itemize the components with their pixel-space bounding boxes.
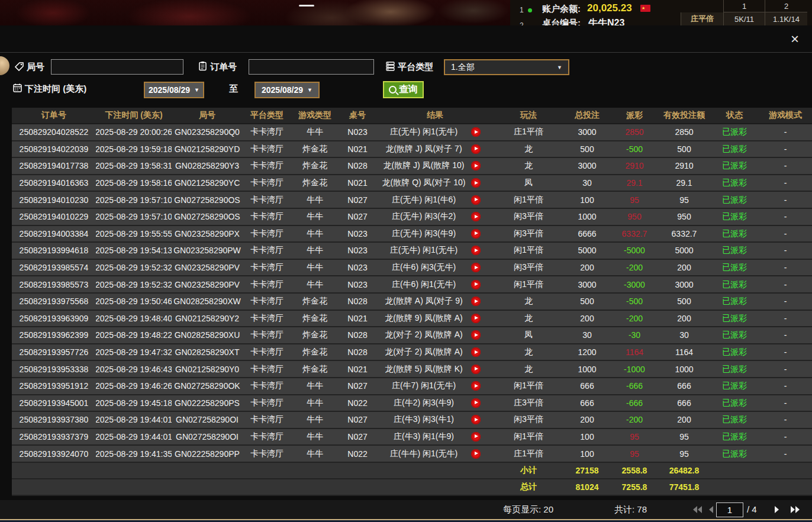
clipboard-icon (198, 61, 208, 71)
platform-icon (385, 61, 395, 71)
cell-time: 2025-08-29 19:46:43 (96, 361, 172, 377)
cell-play: 龙 (494, 361, 563, 377)
cell-valid: 500 (658, 294, 710, 310)
cell-valid: 95 (658, 446, 710, 462)
cell-result: 龙(对子 2) 凤(散牌 A) (376, 344, 494, 360)
cell-status: 已派彩 (710, 361, 759, 377)
replay-play-icon[interactable] (471, 229, 481, 239)
platform-type-select[interactable]: 1.全部 ▼ (444, 59, 569, 75)
replay-play-icon[interactable] (471, 314, 481, 323)
cell-platform: 卡卡湾厅 (243, 243, 291, 259)
grand-total-label: 总计 (494, 479, 563, 495)
column-header: 平台类型 (243, 108, 291, 123)
cell-platform: 卡卡湾厅 (243, 412, 291, 428)
replay-play-icon[interactable] (471, 161, 481, 170)
replay-play-icon[interactable] (471, 144, 481, 154)
cell-mode: - (759, 378, 812, 394)
replay-play-icon[interactable] (471, 212, 481, 221)
cell-result: 龙(散牌 J) 凤(对子 7) (376, 141, 494, 157)
table-row: 2508291939639092025-08-29 19:48:40GN0212… (12, 311, 812, 328)
query-button[interactable]: 查询 (383, 81, 424, 98)
game-no-input[interactable] (51, 59, 183, 75)
replay-play-icon[interactable] (471, 178, 481, 188)
cell-payout: 95 (611, 446, 658, 462)
replay-play-icon[interactable] (471, 195, 481, 205)
last-page-icon[interactable] (790, 505, 801, 515)
cell-round: GN028258290XU (172, 327, 243, 343)
result-text: 龙(散牌 J) 凤(对子 7) (376, 144, 471, 154)
cell-game: 牛牛 (291, 412, 339, 428)
cell-platform: 卡卡湾厅 (243, 124, 291, 140)
cell-game: 牛牛 (291, 395, 339, 411)
order-no-label: 订单号 (210, 62, 237, 73)
replay-play-icon[interactable] (471, 381, 481, 391)
cell-platform: 卡卡湾厅 (243, 378, 291, 394)
cell-time: 2025-08-29 20:00:26 (96, 124, 172, 140)
replay-play-icon[interactable] (471, 415, 481, 424)
cell-result: 庄(牛3) 闲3(牛1) (376, 412, 494, 428)
replay-play-icon[interactable] (471, 330, 481, 340)
column-header: 结果 (376, 108, 494, 123)
date-from-picker[interactable]: 2025/08/29 ▼ (144, 82, 204, 98)
cell-order: 250829204028522 (12, 124, 96, 140)
limits-mini-table: 1 2 庄平倍 5K/11 1.1K/14 (681, 0, 812, 25)
cell-valid: 1000 (658, 361, 710, 377)
replay-play-icon[interactable] (471, 263, 481, 272)
cell-play: 庄1平倍 (494, 446, 563, 462)
cell-table: N021 (339, 141, 376, 157)
replay-play-icon[interactable] (471, 347, 481, 357)
cell-status: 已派彩 (710, 141, 759, 157)
page-input[interactable] (716, 502, 743, 517)
modal-topbar: × (0, 25, 812, 53)
cell-table: N028 (339, 327, 376, 343)
result-text: 庄(牛7) 闲1(无牛) (376, 381, 471, 391)
subtotal-label: 小计 (494, 463, 563, 478)
cell-round: GN023258290PV (172, 260, 243, 276)
replay-play-icon[interactable] (471, 449, 481, 459)
replay-play-icon[interactable] (471, 127, 481, 137)
cell-payout: -666 (611, 378, 658, 394)
cell-valid: 950 (658, 209, 710, 225)
first-page-icon[interactable] (691, 505, 703, 515)
replay-play-icon[interactable] (471, 280, 481, 289)
side-tab-handle[interactable] (0, 56, 9, 75)
query-button-label: 查询 (399, 83, 418, 96)
cell-time: 2025-08-29 19:44:01 (96, 412, 172, 428)
cell-round: GN021258290YD (172, 141, 243, 157)
close-icon[interactable]: × (787, 31, 803, 47)
chevron-down-icon: ▼ (557, 65, 562, 70)
cell-time: 2025-08-29 19:48:40 (96, 311, 172, 327)
cell-time: 2025-08-29 19:57:10 (96, 209, 172, 225)
cell-payout: 1164 (611, 344, 658, 360)
cell-game: 牛牛 (291, 192, 339, 208)
cell-payout: 2850 (611, 124, 658, 140)
column-header: 状态 (710, 108, 759, 123)
cell-payout: 6332.7 (611, 226, 658, 242)
table-row: 2508291939946182025-08-29 19:54:13GN0232… (12, 243, 812, 260)
cell-order: 250829193994618 (12, 243, 96, 259)
cell-order: 250829193945001 (12, 395, 96, 411)
replay-play-icon[interactable] (471, 398, 481, 408)
cell-play: 闲1平倍 (494, 429, 563, 445)
tag-icon (14, 62, 24, 72)
cell-status: 已派彩 (710, 276, 759, 292)
cell-payout: -5000 (611, 243, 658, 259)
replay-play-icon[interactable] (471, 297, 481, 306)
replay-play-icon[interactable] (471, 246, 481, 255)
cell-play: 闲3平倍 (494, 209, 563, 225)
next-page-icon[interactable] (773, 505, 785, 515)
replay-play-icon[interactable] (471, 365, 481, 374)
cell-order: 250829194022039 (12, 141, 96, 157)
order-no-input[interactable] (249, 59, 374, 75)
cell-platform: 卡卡湾厅 (243, 395, 291, 411)
cell-game: 牛牛 (291, 378, 339, 394)
cell-bet: 1000 (563, 209, 611, 225)
cell-play: 凤 (494, 175, 563, 191)
cell-status: 已派彩 (710, 327, 759, 343)
cell-table: N023 (339, 124, 376, 140)
replay-play-icon[interactable] (471, 432, 481, 442)
cell-round: GN023258290PX (172, 226, 243, 242)
cell-round: GN023258290PV (172, 276, 243, 292)
background-bottom-strip (0, 519, 812, 522)
date-to-picker[interactable]: 2025/08/29 ▼ (254, 82, 320, 98)
